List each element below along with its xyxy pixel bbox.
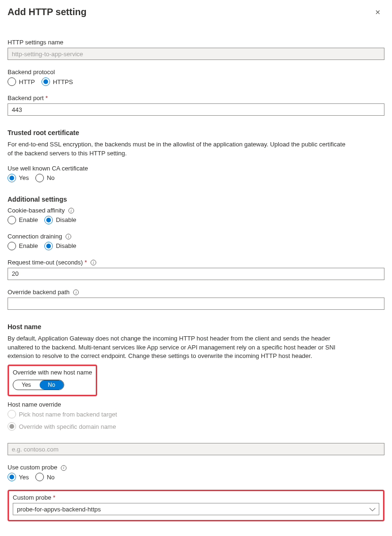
trusted-root-cert-title: Trusted root certificate (8, 129, 384, 136)
override-new-host-toggle[interactable]: Yes No (13, 380, 64, 390)
backend-port-input[interactable] (8, 103, 384, 116)
radio-label: Enable (19, 242, 38, 249)
radio-icon (35, 473, 44, 481)
override-new-host-label: Override with new host name (13, 369, 92, 376)
radio-label: No (47, 474, 55, 481)
radio-icon (8, 473, 16, 481)
radio-icon (8, 216, 16, 224)
request-timeout-input[interactable] (8, 268, 384, 280)
info-icon[interactable]: i (61, 465, 67, 471)
use-custom-probe-no-radio[interactable]: No (35, 473, 55, 481)
radio-icon (8, 174, 16, 182)
host-name-desc: By default, Application Gateway does not… (8, 334, 352, 361)
info-icon[interactable]: i (91, 260, 96, 265)
backend-port-label: Backend port * (8, 94, 384, 102)
use-custom-probe-label: Use custom probe i (8, 464, 384, 471)
radio-label: Disable (56, 216, 76, 223)
radio-icon (44, 242, 53, 250)
backend-protocol-https-radio[interactable]: HTTPS (42, 77, 73, 86)
radio-icon (44, 216, 53, 224)
host-override-domain-radio: Override with specific domain name (8, 422, 116, 431)
close-icon[interactable]: ✕ (371, 7, 384, 18)
radio-icon (42, 77, 50, 86)
page-title: Add HTTP setting (8, 7, 86, 17)
domain-name-input[interactable] (8, 443, 384, 455)
info-icon[interactable]: i (73, 289, 79, 295)
backend-protocol-label: Backend protocol (8, 68, 384, 76)
radio-label: Disable (56, 242, 76, 249)
host-name-override-label: Host name override (8, 401, 384, 408)
cookie-affinity-enable-radio[interactable]: Enable (8, 216, 38, 224)
radio-icon (8, 422, 16, 431)
custom-probe-highlight: Custom probe * (8, 490, 384, 521)
override-backend-path-label: Override backend path i (8, 289, 384, 296)
toggle-yes[interactable]: Yes (13, 380, 40, 390)
use-custom-probe-yes-radio[interactable]: Yes (8, 473, 29, 481)
radio-label: No (47, 174, 55, 181)
override-backend-path-input[interactable] (8, 298, 384, 310)
cookie-affinity-disable-radio[interactable]: Disable (44, 216, 76, 224)
connection-draining-label: Connection draining i (8, 233, 384, 240)
radio-label: Override with specific domain name (19, 423, 116, 430)
radio-icon (8, 242, 16, 250)
connection-draining-disable-radio[interactable]: Disable (44, 242, 76, 250)
cookie-affinity-label: Cookie-based affinity i (8, 207, 384, 214)
connection-draining-enable-radio[interactable]: Enable (8, 242, 38, 250)
http-settings-name-input[interactable] (8, 48, 384, 60)
request-timeout-label: Request time-out (seconds) * i (8, 259, 384, 266)
info-icon[interactable]: i (66, 234, 71, 239)
radio-label: HTTP (19, 78, 35, 85)
well-known-ca-yes-radio[interactable]: Yes (8, 174, 29, 182)
radio-label: HTTPS (53, 78, 73, 85)
host-name-title: Host name (8, 323, 384, 331)
toggle-no[interactable]: No (40, 380, 64, 390)
custom-probe-select[interactable] (13, 503, 379, 515)
http-settings-name-label: HTTP settings name (8, 39, 384, 46)
radio-icon (8, 410, 16, 418)
trusted-root-cert-desc: For end-to-end SSL encryption, the backe… (8, 140, 352, 158)
radio-label: Yes (19, 474, 29, 481)
radio-label: Pick host name from backend target (19, 411, 117, 418)
radio-label: Enable (19, 216, 38, 223)
radio-icon (8, 77, 16, 86)
radio-label: Yes (19, 174, 29, 181)
radio-icon (35, 174, 44, 182)
well-known-ca-label: Use well known CA certificate (8, 165, 384, 172)
host-override-pick-radio: Pick host name from backend target (8, 410, 117, 418)
custom-probe-label: Custom probe * (13, 494, 379, 501)
info-icon[interactable]: i (68, 208, 74, 213)
additional-settings-title: Additional settings (8, 196, 384, 203)
well-known-ca-no-radio[interactable]: No (35, 174, 55, 182)
backend-protocol-http-radio[interactable]: HTTP (8, 77, 35, 86)
override-host-highlight: Override with new host name Yes No (8, 365, 97, 396)
